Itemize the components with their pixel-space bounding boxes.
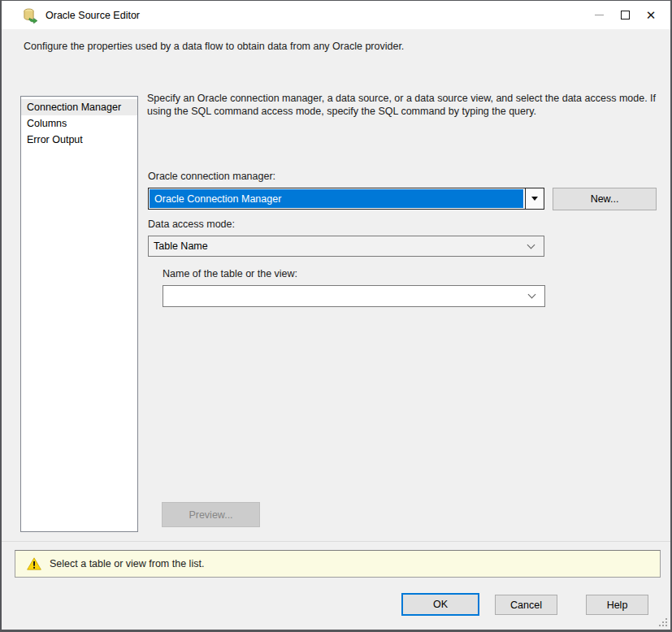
help-button[interactable]: Help [586, 595, 648, 615]
close-button[interactable]: ✕ [638, 1, 664, 29]
connection-manager-dropdown-button[interactable] [525, 188, 544, 209]
minimize-button[interactable] [586, 1, 612, 29]
page-list: Connection Manager Columns Error Output [20, 96, 138, 532]
dialog-description: Configure the properties used by a data … [24, 41, 404, 52]
sidebar-item-connection-manager[interactable]: Connection Manager [21, 99, 137, 115]
warning-triangle-icon [27, 557, 41, 570]
chevron-down-icon [528, 291, 536, 299]
maximize-button[interactable] [612, 1, 638, 29]
preview-button[interactable]: Preview... [162, 502, 260, 527]
new-connection-button[interactable]: New... [553, 188, 657, 210]
resize-grip[interactable] [658, 617, 667, 626]
dropdown-arrow-icon [531, 197, 538, 201]
cancel-button[interactable]: Cancel [495, 595, 557, 615]
sidebar-item-columns[interactable]: Columns [21, 115, 137, 132]
maximize-icon [621, 11, 630, 19]
oracle-source-editor-dialog: Oracle Source Editor ✕ Configure the pro… [0, 0, 672, 632]
table-name-combobox[interactable] [163, 285, 545, 307]
title-bar[interactable]: Oracle Source Editor ✕ [2, 1, 670, 29]
app-database-icon [22, 7, 38, 24]
data-access-mode-label: Data access mode: [148, 219, 235, 230]
sidebar-item-error-output[interactable]: Error Output [21, 132, 137, 148]
close-icon: ✕ [646, 9, 657, 21]
window-controls: ✕ [586, 1, 664, 29]
ok-button[interactable]: OK [401, 593, 479, 616]
connection-manager-value: Oracle Connection Manager [150, 189, 523, 208]
window-title: Oracle Source Editor [46, 10, 140, 21]
connection-manager-combobox[interactable]: Oracle Connection Manager [148, 188, 544, 210]
data-access-mode-combobox[interactable]: Table Name [148, 236, 544, 257]
warning-bar: Select a table or view from the list. [15, 550, 661, 578]
panel-description: Specify an Oracle connection manager, a … [147, 92, 665, 118]
warning-message: Select a table or view from the list. [50, 558, 204, 569]
bottom-separator [2, 541, 670, 542]
minimize-icon [595, 15, 604, 15]
data-access-mode-value: Table Name [149, 240, 528, 252]
table-name-label: Name of the table or the view: [163, 268, 297, 279]
connection-manager-label: Oracle connection manager: [148, 171, 275, 182]
chevron-down-icon [527, 240, 535, 249]
